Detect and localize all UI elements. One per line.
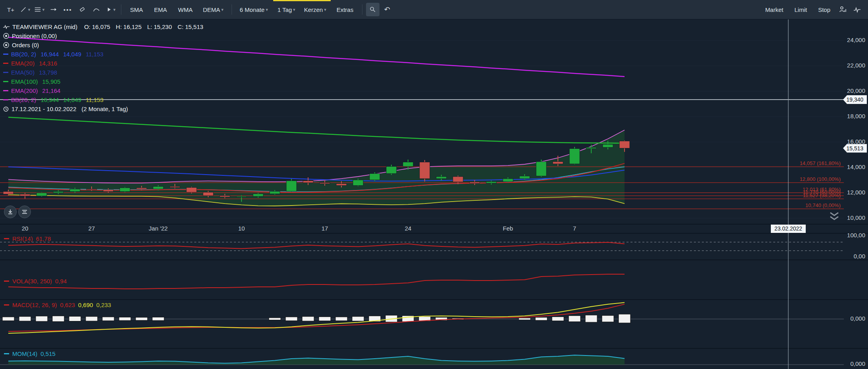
more-tools-icon: ••• — [63, 6, 72, 13]
portfolio-button[interactable] — [836, 3, 850, 16]
dema-dropdown[interactable]: DEMA ▾ — [199, 0, 228, 19]
interval-charttype-group: 1 Tag ▾ Kerzen ▾ — [273, 0, 331, 19]
charttype-label: Kerzen — [304, 6, 323, 13]
download-arrow-icon — [7, 209, 13, 215]
range-dropdown[interactable]: 6 Monate ▾ — [236, 0, 272, 19]
legend-indicator-row[interactable]: EMA(50)13,798 — [3, 68, 203, 77]
horizontal-ray-icon — [50, 6, 57, 13]
text-tool-icon: T+ — [7, 6, 14, 13]
wma-button[interactable]: WMA — [173, 0, 198, 19]
toolbar: T+ ▾ ▾ ••• ▾ SMA EMA WMA DEMA ▾ 6 Monate… — [0, 0, 868, 19]
symbol-name: TEAMVIEWER AG (mid) — [12, 23, 77, 30]
pulse-button[interactable] — [851, 3, 864, 16]
order-buttons-group: Market Limit Stop — [760, 0, 864, 19]
fibonacci-tool-button[interactable]: ▾ — [33, 3, 46, 16]
portfolio-icon — [839, 6, 847, 13]
cursor-tool-button[interactable]: ▾ — [104, 3, 117, 16]
layers-icon — [21, 209, 28, 215]
market-order-button[interactable]: Market — [760, 0, 789, 19]
legend-indicator-row[interactable]: BB(20, 2)16,94414,04911,153 — [3, 50, 203, 59]
stop-order-button[interactable]: Stop — [813, 0, 835, 19]
legend-indicator-row[interactable]: BB(20, 2)16,94414,04911,153 — [3, 95, 203, 104]
charttype-dropdown[interactable]: Kerzen ▾ — [300, 0, 331, 19]
chevron-down-icon: ▾ — [324, 7, 326, 12]
timespan-extra: (2 Monate, 1 Tag) — [81, 106, 128, 112]
sma-button[interactable]: SMA — [125, 0, 148, 19]
interval-label: 1 Tag — [278, 6, 292, 13]
undo-button[interactable]: ↶ — [380, 3, 394, 16]
ohlc-values: O:16,075 H:16,125 L:15,230 C:15,513 — [80, 23, 203, 30]
clock-icon — [3, 106, 9, 112]
chevron-down-icon: ▾ — [293, 7, 295, 12]
range-label: 6 Monate — [240, 6, 265, 13]
magnifier-icon — [369, 6, 376, 13]
radio-icon — [3, 33, 9, 39]
legend-indicator-row[interactable]: EMA(200)21,164 — [3, 86, 203, 95]
chevron-down-icon: ▾ — [221, 7, 224, 12]
undo-icon: ↶ — [384, 5, 390, 14]
fibonacci-icon — [34, 6, 41, 13]
scroll-latest-button[interactable] — [4, 206, 17, 218]
limit-order-button[interactable]: Limit — [789, 0, 812, 19]
legend-indicators: BB(20, 2)16,94414,04911,153EMA(20)14,316… — [3, 50, 203, 104]
toolbar-separator — [362, 4, 362, 15]
timespan-row: 17.12.2021 - 10.02.2022 (2 Monate, 1 Tag… — [3, 104, 203, 113]
toolbar-separator — [121, 4, 121, 15]
trendline-icon — [20, 6, 27, 13]
chevron-down-icon: ▾ — [266, 7, 268, 12]
cursor-icon — [106, 6, 112, 13]
eraser-tool-button[interactable] — [75, 3, 89, 16]
orders-label: Orders (0) — [12, 42, 39, 48]
chart-legend: TEAMVIEWER AG (mid) O:16,075 H:16,125 L:… — [3, 22, 203, 113]
layers-button[interactable] — [18, 206, 31, 218]
positions-label: Positionen (0,00) — [12, 33, 57, 39]
trendline-tool-button[interactable]: ▾ — [18, 3, 32, 16]
legend-indicator-row[interactable]: EMA(20)14,316 — [3, 59, 203, 68]
zoom-tool-button[interactable] — [366, 3, 379, 16]
chevron-down-icon: ▾ — [28, 7, 31, 12]
waveform-icon — [3, 24, 10, 30]
orders-row[interactable]: Orders (0) — [3, 40, 203, 50]
ema-button[interactable]: EMA — [149, 0, 172, 19]
positions-row[interactable]: Positionen (0,00) — [3, 31, 203, 40]
chevron-down-icon: ▾ — [42, 7, 45, 12]
freehand-tool-button[interactable] — [90, 3, 103, 16]
chevron-down-icon: ▾ — [113, 7, 116, 12]
more-tools-button[interactable]: ••• — [61, 3, 75, 16]
text-tool-button[interactable]: T+ — [4, 3, 17, 16]
radio-icon — [3, 42, 9, 48]
horizontal-ray-tool-button[interactable] — [47, 3, 60, 16]
extras-button[interactable]: Extras — [331, 0, 359, 19]
freehand-icon — [93, 6, 100, 13]
timespan-label: 17.12.2021 - 10.02.2022 — [11, 106, 76, 112]
symbol-row: TEAMVIEWER AG (mid) O:16,075 H:16,125 L:… — [3, 22, 203, 31]
legend-indicator-row[interactable]: EMA(100)15,905 — [3, 77, 203, 86]
interval-dropdown[interactable]: 1 Tag ▾ — [273, 0, 300, 19]
eraser-icon — [79, 6, 86, 13]
pulse-icon — [853, 6, 861, 13]
dema-label: DEMA — [203, 6, 220, 13]
toolbar-separator — [232, 4, 232, 15]
